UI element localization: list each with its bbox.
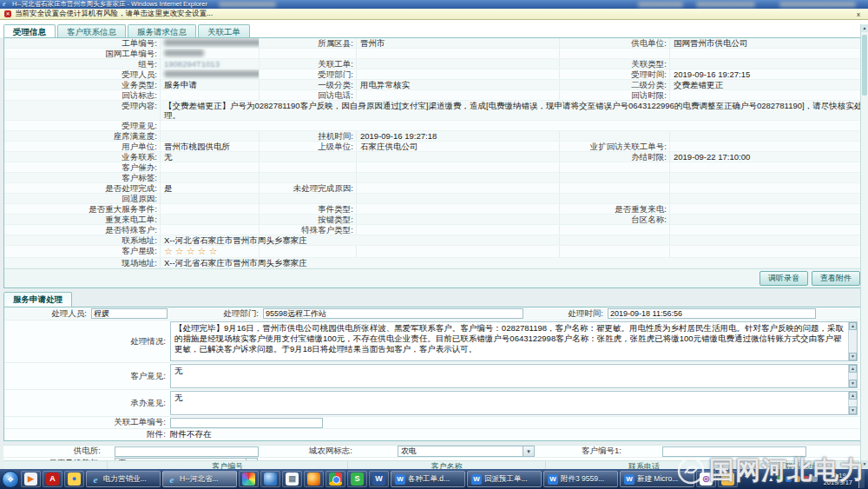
accept-info-panel: 工单编号:所属区县:晋州市供电单位:国网晋州市供电公司国网工单编号:组号:190…	[3, 37, 865, 288]
field-label	[260, 194, 357, 203]
field-value	[161, 90, 260, 100]
scroll-up-icon[interactable]	[849, 322, 857, 330]
tab-service-request[interactable]: 服务请求信息	[128, 24, 196, 37]
sunlogin-icon[interactable]: S	[347, 471, 367, 487]
customer-table-header: 客户编号客户名称联系电话联系地址	[3, 460, 859, 469]
field-label	[260, 246, 357, 257]
show-desktop-button[interactable]	[858, 470, 865, 488]
field-value	[357, 69, 560, 79]
field-label: 挂机时间:	[260, 131, 357, 141]
field-value	[161, 194, 260, 203]
pinwheel-icon[interactable]	[239, 471, 259, 487]
time-input[interactable]	[608, 308, 816, 319]
chrome-icon[interactable]	[326, 471, 345, 487]
tray-icon[interactable]	[794, 476, 800, 482]
field-label	[560, 162, 670, 172]
tab-related-orders[interactable]: 关联工单	[198, 24, 250, 37]
field-value: 石家庄供电公司	[357, 142, 560, 151]
situation-textarea[interactable]: 【处理完毕】9月16日，晋州市供电公司桃园供电所张样波、黑爱军联系客户。客户编号…	[170, 321, 858, 361]
view-attachment-button[interactable]: 查看附件	[812, 271, 860, 286]
customer-no-input[interactable]	[662, 446, 806, 457]
taskbar-window-doc4[interactable]: W新建 Micro...	[620, 471, 694, 487]
taskbar-window-doc1[interactable]: W各种工单.d...	[391, 471, 465, 487]
scroll-down-icon[interactable]	[849, 353, 857, 360]
scroll-down-icon[interactable]	[861, 460, 868, 468]
customer-opinion-text: 无	[174, 366, 183, 375]
customer-opinion-scrollbar[interactable]	[848, 365, 857, 387]
star-rating[interactable]: ☆☆☆☆☆	[161, 246, 260, 257]
redacted-block	[638, 2, 683, 7]
scroll-down-icon[interactable]	[849, 406, 857, 414]
wps-icon: W	[624, 474, 635, 485]
field-value	[161, 204, 260, 214]
dept-label: 处理部门:	[168, 308, 259, 320]
security-warning-bar[interactable]: 当前安全设置会使计算机有风险，请单击这里更改安全设置... x	[0, 9, 868, 20]
scroll-up-icon[interactable]	[861, 24, 868, 32]
target-icon[interactable]: ◎	[696, 471, 716, 487]
content-scrollbar[interactable]	[860, 24, 868, 468]
pdf-icon[interactable]: A	[43, 471, 62, 487]
related-order-input[interactable]	[170, 418, 323, 428]
taskbar-window-doc2[interactable]: W回派预工单...	[467, 471, 542, 487]
table-corner-cell	[3, 461, 108, 469]
notepad-icon[interactable]: ▤	[282, 471, 302, 487]
scroll-up-icon[interactable]	[849, 365, 857, 373]
field-value: 【交费差错更正】户号为0282781190客户反映，因自身原因通过[支付宝]渠道…	[161, 101, 864, 120]
start-button[interactable]	[2, 471, 19, 488]
form-row: 工单编号:所属区县:晋州市供电单位:国网晋州市供电公司	[4, 38, 864, 49]
tab-customer-contact[interactable]: 客户联系信息	[57, 24, 126, 37]
media-player-icon[interactable]: ▶	[21, 471, 41, 487]
sunlogin-icon: S	[351, 472, 364, 486]
field-label: 现场地址:	[4, 258, 161, 268]
field-label: 按键类型:	[260, 215, 357, 224]
tray-icon[interactable]	[812, 476, 818, 482]
taskbar-window-doc3[interactable]: W附件3 9559...	[543, 471, 618, 487]
form-row: 现场地址:X--河北省石家庄市晋州市周头乡寨家庄	[4, 258, 864, 268]
field-label	[260, 173, 357, 182]
listen-recording-button[interactable]: 调听录音	[760, 271, 808, 286]
tray-icon[interactable]	[777, 476, 783, 482]
dept-input[interactable]	[263, 308, 523, 319]
word-icon[interactable]: W	[369, 471, 389, 487]
tray-icon[interactable]	[803, 476, 809, 482]
undertake-opinion-scrollbar[interactable]	[848, 392, 857, 414]
taskbar-clock[interactable]: 19:192019/9/17	[820, 472, 856, 486]
process-section-tab[interactable]: 服务申请处理	[3, 292, 72, 307]
media-player-icon: ▶	[24, 472, 37, 486]
window-title: H--河北省石家庄市晋州市周头乡寨家庄 - Windows Internet E…	[12, 0, 207, 9]
field-value: 是	[161, 183, 260, 193]
redacted-block	[219, 2, 276, 7]
undertake-opinion-textarea[interactable]: 无	[170, 391, 858, 415]
globe-icon[interactable]	[260, 471, 280, 487]
chat-icon[interactable]: ●	[64, 471, 84, 487]
field-value	[357, 173, 560, 182]
customer-opinion-textarea[interactable]: 无	[170, 364, 858, 388]
handler-input[interactable]	[91, 308, 168, 319]
field-label: 业扩回访关联工单号:	[560, 142, 670, 151]
tray-icon[interactable]	[786, 476, 792, 482]
field-value: 无	[161, 152, 260, 162]
scrollbar-thumb[interactable]	[862, 35, 867, 96]
table-header-cell: 客户名称	[348, 461, 546, 469]
tab-accept-info[interactable]: 受理信息	[3, 24, 56, 37]
station-input[interactable]	[115, 446, 259, 457]
field-label: 办结时限:	[560, 152, 670, 162]
taskbar-window-marketing[interactable]: e电力营销业...	[86, 471, 161, 487]
taskbar-window-current[interactable]: eH--河北省...	[162, 471, 237, 487]
taskbar-window-label: 回派预工单...	[484, 474, 528, 485]
grid-flag-dropdown[interactable]: 农电	[398, 446, 535, 457]
clock-date: 2019/9/17	[824, 479, 852, 486]
situation-scrollbar[interactable]	[848, 322, 857, 360]
folder-icon[interactable]	[718, 471, 738, 487]
scroll-up-icon[interactable]	[849, 392, 857, 400]
tray-expand-icon[interactable]: ▲	[768, 476, 774, 482]
firefox-icon[interactable]	[304, 471, 324, 487]
field-value: 晋州市桃园供电所	[161, 142, 260, 151]
taskbar-window-label: 各种工单.d...	[408, 474, 450, 485]
field-label: 是否特殊客户:	[4, 225, 161, 235]
customer-opinion-label: 客户意见:	[4, 371, 166, 382]
scroll-down-icon[interactable]	[849, 380, 857, 387]
field-label	[260, 152, 357, 162]
field-value	[161, 162, 260, 172]
warning-close-icon[interactable]: x	[857, 10, 864, 18]
